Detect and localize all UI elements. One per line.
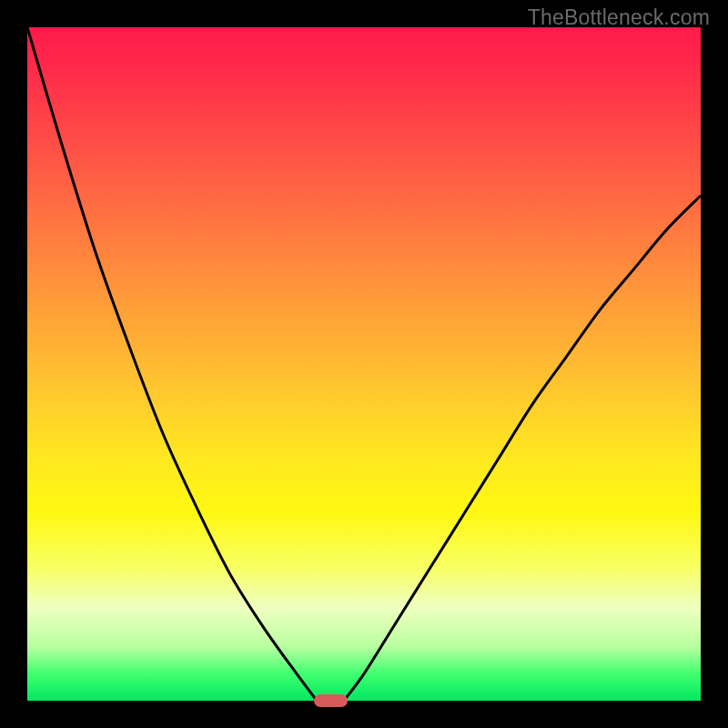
chart-container: TheBottleneck.com <box>0 0 728 728</box>
watermark-text: TheBottleneck.com <box>528 5 710 30</box>
curve-left-branch <box>27 27 317 701</box>
curve-right-branch <box>344 196 701 701</box>
plot-area <box>27 27 701 701</box>
bottleneck-curve <box>27 27 701 701</box>
bottleneck-marker <box>314 694 348 707</box>
